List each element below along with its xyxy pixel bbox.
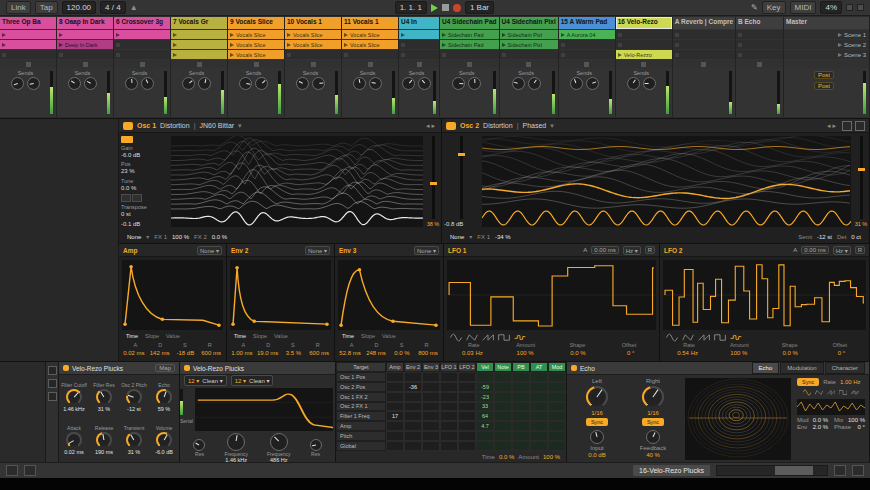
send-b-knob[interactable] <box>468 77 481 90</box>
lfo-rate-unit-select[interactable]: Hz ▾ <box>833 246 851 255</box>
matrix-cell[interactable] <box>458 421 476 431</box>
clip-stop-button[interactable] <box>500 60 558 68</box>
track-header[interactable]: A Reverb | Compre <box>673 17 735 29</box>
track-header[interactable]: 8 Oaap In Dark <box>57 17 113 29</box>
matrix-cell[interactable] <box>494 441 512 451</box>
tap-tempo-button[interactable]: Tap <box>35 1 58 14</box>
matrix-cell[interactable] <box>422 382 440 392</box>
wavetable-title-bar[interactable]: Velo-Rezo Plucks <box>180 362 335 375</box>
clip-slot[interactable] <box>285 50 341 59</box>
envelope-display[interactable] <box>122 260 223 330</box>
clip-slot[interactable]: A Aurora 04 <box>559 30 615 39</box>
osc1-fx1-value[interactable]: 100 % <box>172 234 189 240</box>
echo-env-amount[interactable]: Env2.0 % <box>797 424 828 430</box>
clip-slot[interactable] <box>616 30 672 39</box>
matrix-cell[interactable] <box>404 411 422 421</box>
hot-swap-icon[interactable] <box>48 379 57 388</box>
matrix-cell[interactable] <box>476 372 494 382</box>
osc1-prev-next-icons[interactable]: ◂▸ <box>426 122 437 130</box>
track-header[interactable]: 9 Vocals Slice <box>228 17 284 29</box>
echo-device-on-icon[interactable] <box>571 365 577 371</box>
macro-map-button[interactable]: Map <box>155 364 175 372</box>
osc2-semi-value[interactable]: -12 st <box>817 234 832 240</box>
matrix-cell[interactable] <box>458 372 476 382</box>
clip-stop-button[interactable] <box>399 60 439 68</box>
matrix-row-target[interactable]: Amp <box>336 421 386 431</box>
send-a-knob[interactable] <box>68 77 81 90</box>
clip-slot[interactable]: Sidechain Pad <box>440 30 499 39</box>
echo-tab-character[interactable]: Character <box>825 362 865 374</box>
clip-stop-button[interactable] <box>559 60 615 68</box>
matrix-cell[interactable] <box>404 372 422 382</box>
echo-phase-amount[interactable]: Phase0 ° <box>834 424 865 430</box>
matrix-row-target[interactable]: Osc 2 FX 1 <box>336 402 386 412</box>
matrix-cell[interactable] <box>494 382 512 392</box>
matrix-cell[interactable] <box>422 372 440 382</box>
track-header[interactable]: 11 Vocals 1 <box>342 17 398 29</box>
echo-mod-amount[interactable]: Mod0.0 % <box>797 417 828 423</box>
matrix-cell[interactable] <box>440 431 458 441</box>
osc2-slider-track[interactable] <box>860 136 863 219</box>
matrix-cell[interactable] <box>386 421 404 431</box>
track-header[interactable]: 16 Velo-Rezo <box>616 17 672 29</box>
matrix-cell[interactable] <box>530 421 548 431</box>
frequency-knob[interactable] <box>270 433 288 451</box>
matrix-midi-col-note[interactable]: Note <box>494 362 512 372</box>
matrix-cell[interactable] <box>458 402 476 412</box>
echo-tab-echo[interactable]: Echo <box>752 362 780 374</box>
clip-slot[interactable]: Sidechain Pixl <box>500 40 558 49</box>
echo-right-sync-button[interactable]: Sync <box>642 418 664 426</box>
param-value[interactable]: 600 ms <box>198 350 224 361</box>
matrix-cell[interactable] <box>422 421 440 431</box>
send-a-knob[interactable] <box>182 77 195 90</box>
matrix-cell[interactable] <box>548 431 566 441</box>
matrix-col-lfo1[interactable]: LFO 1 <box>440 362 458 372</box>
clip-stop-button[interactable] <box>342 60 398 68</box>
param-value[interactable]: 52.8 ms <box>337 350 363 361</box>
clip-slot[interactable] <box>57 30 113 39</box>
matrix-cell[interactable] <box>458 441 476 451</box>
clip-slot[interactable] <box>0 30 56 39</box>
tempo-display[interactable]: 120.00 <box>62 1 96 14</box>
matrix-cell[interactable] <box>512 421 530 431</box>
matrix-cell[interactable] <box>530 441 548 451</box>
track-header[interactable]: B Echo <box>736 17 783 29</box>
clip-stop-button[interactable] <box>57 60 113 68</box>
link-button[interactable]: Link <box>6 1 31 14</box>
time-signature[interactable]: 4 / 4 <box>100 1 126 14</box>
clip-slot[interactable] <box>736 40 783 49</box>
matrix-row-target[interactable]: Filter 1 Freq <box>336 411 386 421</box>
echo-title-bar[interactable]: Echo EchoModulationCharacter <box>567 362 869 375</box>
matrix-cell[interactable] <box>512 402 530 412</box>
lfo-retrigger-toggle[interactable]: R <box>645 246 655 254</box>
send-b-knob[interactable] <box>369 77 382 90</box>
param-value[interactable]: 19.0 ms <box>255 350 281 361</box>
send-a-knob[interactable] <box>353 77 366 90</box>
matrix-cell[interactable] <box>512 372 530 382</box>
clip-slot[interactable]: Vocals Slice <box>342 30 398 39</box>
matrix-row-target[interactable]: Osc 2 Pos <box>336 382 386 392</box>
matrix-cell[interactable] <box>548 411 566 421</box>
filter-routing-select[interactable]: Serial <box>180 418 193 424</box>
param-value[interactable]: 0.0 % <box>389 350 415 361</box>
matrix-cell[interactable] <box>530 411 548 421</box>
echo-mod-rate-value[interactable]: 1.00 Hz <box>840 379 861 385</box>
filter-circuit-select[interactable]: Clean ▾ <box>249 377 269 384</box>
matrix-cell[interactable] <box>386 402 404 412</box>
send-b-knob[interactable] <box>312 77 325 90</box>
osc2-on-toggle[interactable] <box>446 122 456 130</box>
send-b-knob[interactable] <box>528 77 541 90</box>
clip-stop-button[interactable] <box>616 60 672 68</box>
macro-knob[interactable] <box>126 389 142 405</box>
scene-stop-row[interactable] <box>784 60 869 68</box>
amount-value[interactable]: 100 % <box>543 454 560 460</box>
matrix-cell[interactable] <box>512 441 530 451</box>
matrix-cell[interactable] <box>548 421 566 431</box>
send-b-knob[interactable] <box>255 77 268 90</box>
overview-slider[interactable] <box>716 465 828 476</box>
send-a-knob[interactable] <box>125 77 138 90</box>
matrix-cell[interactable] <box>386 372 404 382</box>
param-value[interactable]: 0.54 Hz <box>662 350 713 361</box>
matrix-cell[interactable] <box>494 431 512 441</box>
echo-right-time-knob[interactable] <box>642 386 664 408</box>
